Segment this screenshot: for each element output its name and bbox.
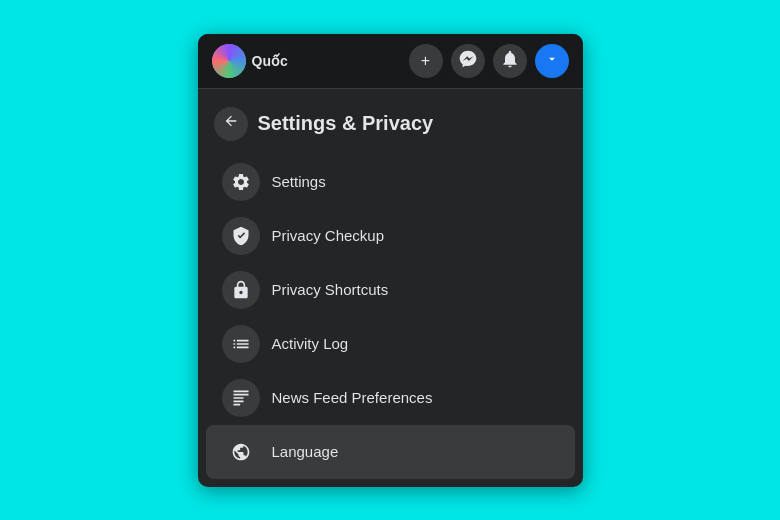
topbar-user: Quốc [212, 44, 288, 78]
username-label: Quốc [252, 53, 288, 69]
news-feed-icon-wrap [222, 379, 260, 417]
avatar [212, 44, 246, 78]
plus-icon: + [421, 52, 430, 70]
privacy-checkup-label: Privacy Checkup [272, 227, 385, 244]
bell-icon [500, 49, 520, 73]
back-arrow-icon [223, 113, 239, 134]
feed-icon [231, 388, 251, 408]
topbar: Quốc + [198, 34, 583, 89]
panel-title: Settings & Privacy [258, 112, 434, 135]
menu-item-privacy-checkup[interactable]: Privacy Checkup [206, 209, 575, 263]
panel-header: Settings & Privacy [198, 97, 583, 155]
menu-item-settings[interactable]: Settings [206, 155, 575, 209]
language-icon-wrap [222, 433, 260, 471]
privacy-checkup-icon-wrap [222, 217, 260, 255]
lock-check-icon [231, 226, 251, 246]
list-icon [231, 334, 251, 354]
settings-privacy-panel: Quốc + Settings [198, 34, 583, 487]
lock-icon [231, 280, 251, 300]
privacy-shortcuts-label: Privacy Shortcuts [272, 281, 389, 298]
back-button[interactable] [214, 107, 248, 141]
chevron-down-icon [545, 52, 559, 70]
settings-label: Settings [272, 173, 326, 190]
settings-icon-wrap [222, 163, 260, 201]
privacy-shortcuts-icon-wrap [222, 271, 260, 309]
panel-content: Settings & Privacy Settings Privacy Chec… [198, 89, 583, 487]
messenger-icon [458, 49, 478, 73]
news-feed-preferences-label: News Feed Preferences [272, 389, 433, 406]
activity-log-icon-wrap [222, 325, 260, 363]
menu-item-news-feed-preferences[interactable]: News Feed Preferences [206, 371, 575, 425]
dropdown-button[interactable] [535, 44, 569, 78]
menu-item-activity-log[interactable]: Activity Log [206, 317, 575, 371]
language-label: Language [272, 443, 339, 460]
add-button[interactable]: + [409, 44, 443, 78]
menu-list: Settings Privacy Checkup Privacy Shortcu… [198, 155, 583, 479]
notifications-button[interactable] [493, 44, 527, 78]
messenger-button[interactable] [451, 44, 485, 78]
globe-icon [231, 442, 251, 462]
menu-item-privacy-shortcuts[interactable]: Privacy Shortcuts [206, 263, 575, 317]
gear-icon [231, 172, 251, 192]
menu-item-language[interactable]: Language [206, 425, 575, 479]
activity-log-label: Activity Log [272, 335, 349, 352]
